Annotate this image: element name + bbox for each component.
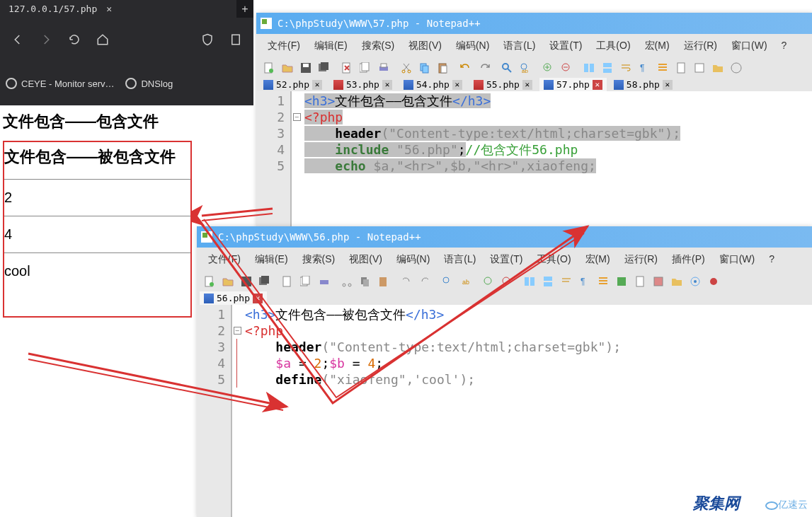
browser-tab[interactable]: 127.0.0.1/57.php ✕ [0, 0, 236, 18]
close-icon[interactable]: ✕ [382, 80, 392, 90]
find-icon[interactable] [439, 273, 456, 290]
close-icon[interactable]: ✕ [663, 80, 673, 90]
title-bar[interactable]: C:\phpStudy\WWW\56.php - Notepad++ [197, 226, 812, 248]
close-icon[interactable]: ✕ [312, 80, 322, 90]
user-lang-icon[interactable] [613, 273, 630, 290]
zoom-out-icon[interactable] [558, 59, 575, 76]
menu-language[interactable]: 语言(L) [496, 37, 542, 55]
new-file-icon[interactable] [261, 59, 278, 76]
wrap-icon[interactable] [617, 59, 634, 76]
menu-plugins[interactable]: 插件(P) [665, 250, 712, 269]
open-file-icon[interactable] [219, 273, 236, 290]
sync-h-icon[interactable] [599, 59, 616, 76]
paste-icon[interactable] [435, 59, 452, 76]
menu-file[interactable]: 文件(F) [261, 37, 307, 55]
menu-settings[interactable]: 设置(T) [483, 250, 530, 269]
save-all-icon[interactable] [316, 59, 333, 76]
back-button[interactable] [6, 28, 30, 52]
menu-edit[interactable]: 编辑(E) [248, 250, 295, 269]
save-icon[interactable] [238, 273, 255, 290]
file-tab[interactable]: 53.php✕ [329, 78, 396, 91]
paste-icon[interactable] [375, 273, 392, 290]
reader-icon[interactable] [224, 28, 248, 52]
indent-guide-icon[interactable] [654, 59, 671, 76]
print-icon[interactable] [316, 273, 333, 290]
close-icon[interactable]: ✕ [522, 80, 532, 90]
save-icon[interactable] [297, 59, 314, 76]
monitor-icon[interactable] [687, 273, 704, 290]
reload-button[interactable] [62, 28, 86, 52]
new-tab-button[interactable]: + [236, 3, 253, 16]
cut-icon[interactable] [398, 59, 415, 76]
wrap-icon[interactable] [558, 273, 575, 290]
file-tab-active[interactable]: 57.php✕ [539, 78, 607, 91]
zoom-in-icon[interactable] [539, 59, 556, 76]
shield-icon[interactable] [195, 28, 219, 52]
bookmark-item[interactable]: CEYE - Monitor serv… [6, 78, 114, 89]
save-all-icon[interactable] [256, 273, 273, 290]
menu-encoding[interactable]: 编码(N) [389, 250, 437, 269]
replace-icon[interactable]: ab [517, 59, 534, 76]
bookmark-item[interactable]: DNSlog [125, 78, 173, 89]
record-icon[interactable] [705, 273, 722, 290]
code-area[interactable]: <h3>文件包含——被包含文件</h3> <?php header("Conte… [242, 305, 812, 517]
zoom-in-icon[interactable] [480, 273, 497, 290]
file-tab[interactable]: 52.php✕ [259, 78, 326, 91]
close-file-icon[interactable] [279, 273, 296, 290]
cut-icon[interactable] [338, 273, 355, 290]
menu-search[interactable]: 搜索(S) [355, 37, 402, 55]
func-list-icon[interactable] [691, 59, 708, 76]
title-bar[interactable]: C:\phpStudy\WWW\57.php - Notepad++ [256, 13, 812, 34]
redo-icon[interactable] [476, 59, 493, 76]
sync-v-icon[interactable] [581, 59, 597, 76]
undo-icon[interactable] [457, 59, 474, 76]
zoom-out-icon[interactable] [498, 273, 515, 290]
code-editor[interactable]: 12345 − <h3>文件包含——包含文件</h3> <?php header… [256, 91, 812, 226]
show-all-chars-icon[interactable]: ¶ [636, 59, 653, 76]
menu-help[interactable]: ? [774, 37, 794, 55]
doc-map-icon[interactable] [631, 273, 648, 290]
undo-icon[interactable] [398, 273, 415, 290]
menu-view[interactable]: 视图(V) [342, 250, 389, 269]
file-tab[interactable]: 55.php✕ [469, 78, 537, 91]
indent-guide-icon[interactable] [595, 273, 612, 290]
forward-button[interactable] [34, 28, 58, 52]
sync-h-icon[interactable] [539, 273, 556, 290]
copy-icon[interactable] [357, 273, 374, 290]
show-all-chars-icon[interactable]: ¶ [576, 273, 593, 290]
home-button[interactable] [91, 28, 115, 52]
menu-run[interactable]: 运行(R) [617, 250, 665, 269]
menu-view[interactable]: 视图(V) [401, 37, 449, 55]
close-icon[interactable]: ✕ [593, 80, 602, 90]
menu-encoding[interactable]: 编码(N) [449, 37, 496, 55]
menu-search[interactable]: 搜索(S) [295, 250, 343, 269]
close-icon[interactable]: ✕ [253, 294, 263, 303]
print-icon[interactable] [375, 59, 392, 76]
menu-window[interactable]: 窗口(W) [712, 250, 762, 269]
menu-help[interactable]: ? [762, 250, 782, 269]
menu-tools[interactable]: 工具(O) [589, 37, 637, 55]
file-tab-active[interactable]: 56.php✕ [200, 291, 267, 305]
folder-view-icon[interactable] [668, 273, 685, 290]
copy-icon[interactable] [416, 59, 433, 76]
sync-v-icon[interactable] [521, 273, 538, 290]
code-editor[interactable]: 12345 − <h3>文件包含——被包含文件</h3> <?php heade… [197, 305, 812, 517]
menu-run[interactable]: 运行(R) [677, 37, 724, 55]
find-icon[interactable] [498, 59, 515, 76]
folder-view-icon[interactable] [709, 59, 726, 76]
new-file-icon[interactable] [201, 273, 218, 290]
monitor-icon[interactable] [728, 59, 745, 76]
menu-macro[interactable]: 宏(M) [638, 37, 677, 55]
func-list-icon[interactable] [650, 273, 667, 290]
menu-window[interactable]: 窗口(W) [724, 37, 774, 55]
redo-icon[interactable] [416, 273, 433, 290]
code-area[interactable]: <h3>文件包含——包含文件</h3> <?php header("Conten… [302, 91, 812, 226]
close-all-icon[interactable] [357, 59, 374, 76]
menu-settings[interactable]: 设置(T) [542, 37, 589, 55]
close-icon[interactable]: ✕ [452, 80, 462, 90]
menu-language[interactable]: 语言(L) [437, 250, 483, 269]
file-tab[interactable]: 54.php✕ [399, 78, 467, 91]
menu-file[interactable]: 文件(F) [201, 250, 248, 269]
menu-macro[interactable]: 宏(M) [578, 250, 617, 269]
open-file-icon[interactable] [279, 59, 296, 76]
